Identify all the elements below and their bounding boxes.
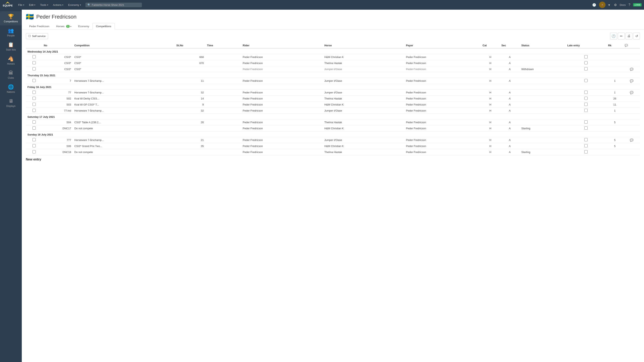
sidebar-item-horses[interactable]: 🐴 Horses: [0, 53, 22, 68]
late-entry-checkbox[interactable]: [584, 103, 588, 106]
page-header: 🇸🇪 Peder Fredricson: [22, 10, 644, 20]
late-entry-checkbox[interactable]: [584, 150, 588, 153]
event-search[interactable]: 🔍 Falsterbo Horse Show 2021: [86, 2, 142, 7]
late-entry-checkbox[interactable]: [584, 97, 588, 100]
comment-icon[interactable]: 💬: [630, 68, 633, 71]
row-checkbox[interactable]: [32, 97, 36, 100]
col-sec: Sec: [500, 43, 520, 48]
brand-logo[interactable]: EQUIPE: [2, 1, 13, 8]
tab-horses[interactable]: Horses 3 ▾: [53, 23, 75, 29]
late-entry-checkbox[interactable]: [584, 120, 588, 124]
clock-icon-button[interactable]: 🕐: [610, 33, 617, 39]
section-date-header: Thursday 15 July 2021: [26, 72, 640, 78]
withdrawn-text: Jumper d'Oase: [324, 68, 342, 71]
late-entry-checkbox[interactable]: [584, 144, 588, 147]
col-status: Status: [520, 43, 566, 48]
section-date-header: Wednesday 14 July 2021: [26, 48, 640, 54]
page-title: Peder Fredricson: [36, 14, 76, 20]
tab-bar: Peder Fredricson Horses 3 ▾ Economy Comp…: [22, 23, 644, 29]
late-entry-checkbox[interactable]: [584, 91, 588, 94]
row-checkbox[interactable]: [32, 150, 36, 153]
table-row: 777Horseware 7-årschamp...21Peder Fredri…: [26, 137, 640, 143]
docs-link[interactable]: Docs: [620, 3, 626, 6]
nav-file[interactable]: File ▾: [16, 2, 26, 8]
sidebar-item-nations[interactable]: 🌐 Nations: [0, 82, 22, 96]
row-checkbox[interactable]: [32, 79, 36, 82]
late-entry-checkbox[interactable]: [584, 126, 588, 130]
table-row: CSI3*CSI3*670Peder FredricsonThelma Hast…: [26, 60, 640, 66]
row-checkbox[interactable]: [32, 55, 36, 58]
main-content: 🇸🇪 Peder Fredricson Peder Fredricson Hor…: [22, 10, 644, 362]
table-row: S03Kval till GP CSI3* T...9Peder Fredric…: [26, 102, 640, 108]
refresh-icon-button[interactable]: ↺: [633, 33, 640, 39]
late-entry-checkbox[interactable]: [584, 79, 588, 82]
help-icon[interactable]: ?: [627, 2, 632, 7]
late-entry-checkbox[interactable]: [584, 61, 588, 64]
row-checkbox[interactable]: [32, 120, 36, 124]
history-button[interactable]: 🕐: [591, 2, 598, 8]
col-time: Time: [205, 43, 241, 48]
section-date-header: Saturday 17 July 2021: [26, 114, 640, 119]
nav-edit[interactable]: Edit ▾: [27, 2, 37, 8]
late-entry-checkbox[interactable]: [584, 109, 588, 112]
toolbar: ☐ Self service 🕐 ✏ 🖨 ↺: [26, 33, 640, 39]
sidebar-item-people-label: People: [7, 34, 14, 37]
late-entry-checkbox[interactable]: [584, 55, 588, 58]
globe-icon: 🌐: [8, 84, 14, 90]
nav-actions[interactable]: Actions ▾: [51, 2, 66, 8]
section-date-header: Sunday 18 July 2021: [26, 131, 640, 137]
row-checkbox[interactable]: [32, 144, 36, 147]
comment-icon[interactable]: 💬: [630, 138, 633, 142]
settings-icon[interactable]: ⚙: [613, 2, 618, 8]
sidebar-item-start-lists[interactable]: 📋 Start lists: [0, 39, 22, 53]
chevron-down-icon[interactable]: ▾: [607, 2, 611, 8]
sidebar-item-people[interactable]: 👥 People: [0, 25, 22, 39]
nav-economy[interactable]: Economy ▾: [66, 2, 83, 8]
table-row: CSI3*CSI3*Peder FredricsonJumper d'OaseP…: [26, 66, 640, 72]
row-checkbox[interactable]: [32, 138, 36, 141]
trophy-icon: 🏆: [8, 14, 14, 19]
sidebar-item-displays[interactable]: 🖥 Displays: [0, 96, 22, 110]
col-checkbox: [26, 43, 42, 48]
row-checkbox[interactable]: [32, 91, 36, 94]
chevron-down-icon: ▾: [34, 4, 35, 6]
chevron-down-icon: ▾: [62, 4, 63, 6]
sidebar: 🏆 Competitions 👥 People 📋 Start lists 🐴 …: [0, 10, 22, 362]
comment-icon[interactable]: 💬: [630, 79, 633, 82]
sidebar-item-startlists-label: Start lists: [6, 48, 16, 51]
self-service-button[interactable]: ☐ Self service: [26, 33, 48, 39]
chevron-down-icon: ▾: [47, 4, 48, 6]
avatar[interactable]: 🏇: [599, 1, 606, 8]
row-checkbox[interactable]: [32, 61, 36, 64]
table-row: S02Kval till Derby CSI3...14Peder Fredri…: [26, 96, 640, 102]
col-no: No: [42, 43, 73, 48]
tab-economy[interactable]: Economy: [75, 23, 92, 29]
table-header-row: No Competition St.No Time Rider Horse Pa…: [26, 43, 640, 48]
late-entry-checkbox[interactable]: [584, 138, 588, 141]
row-checkbox[interactable]: [32, 103, 36, 106]
table-row: DNC17Do not competePeder FredricsonH&M C…: [26, 125, 640, 131]
comment-icon[interactable]: 💬: [630, 91, 633, 94]
row-checkbox[interactable]: [32, 109, 36, 112]
sidebar-item-clubs[interactable]: 🏛 Clubs: [0, 68, 22, 82]
version-badge: v2898: [633, 3, 642, 6]
display-icon: 🖥: [8, 98, 13, 104]
nav-right: 🕐 🏇 ▾ ⚙ Docs ? v2898: [591, 1, 642, 8]
chevron-down-icon: ▾: [70, 25, 71, 27]
col-competition: Competition: [73, 43, 175, 48]
row-checkbox[interactable]: [32, 126, 36, 130]
late-entry-checkbox[interactable]: [584, 67, 588, 70]
app-body: 🏆 Competitions 👥 People 📋 Start lists 🐴 …: [0, 10, 644, 362]
edit-icon-button[interactable]: ✏: [618, 33, 625, 39]
toolbar-right: 🕐 ✏ 🖨 ↺: [610, 33, 640, 39]
navbar: EQUIPE File ▾ Edit ▾ Tools ▾ Actions ▾ E…: [0, 0, 644, 10]
table-row: 77:indHorseware 7-årschamp...32Peder Fre…: [26, 108, 640, 114]
print-icon-button[interactable]: 🖨: [626, 33, 632, 39]
tab-competitions[interactable]: Competitions: [92, 23, 115, 29]
row-checkbox[interactable]: [32, 67, 36, 70]
sidebar-item-competitions[interactable]: 🏆 Competitions: [0, 11, 22, 25]
col-stno: St.No: [175, 43, 205, 48]
tab-person[interactable]: Peder Fredricson: [26, 23, 53, 29]
table-row: S06CSI3* Grand Prix Two...35Peder Fredri…: [26, 143, 640, 149]
nav-tools[interactable]: Tools ▾: [38, 2, 50, 8]
